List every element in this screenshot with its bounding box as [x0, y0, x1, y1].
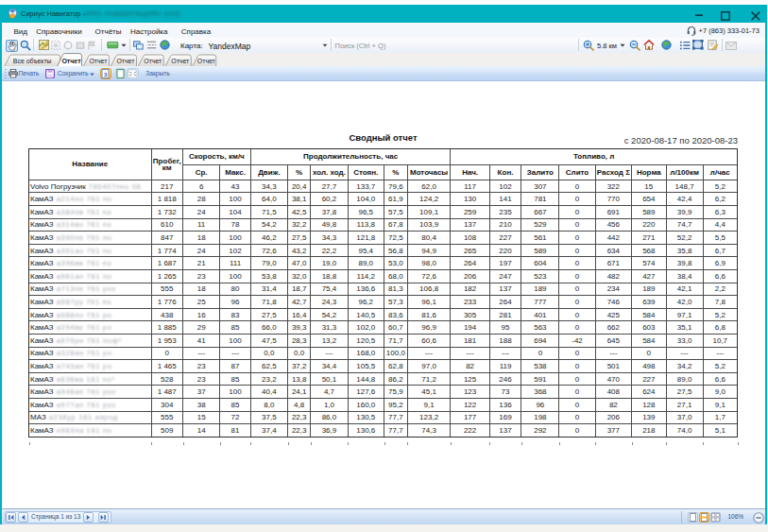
svg-text:Все объекты: Все объекты: [13, 58, 52, 64]
svg-text:Отчет: Отчет: [117, 58, 136, 64]
svg-text:Отчет: Отчет: [61, 58, 81, 64]
svg-text:Отчет: Отчет: [90, 58, 109, 64]
svg-text:Отчет: Отчет: [144, 58, 162, 64]
svg-text:Отчет: Отчет: [171, 58, 190, 64]
svg-text:Отчет: Отчет: [197, 58, 216, 64]
